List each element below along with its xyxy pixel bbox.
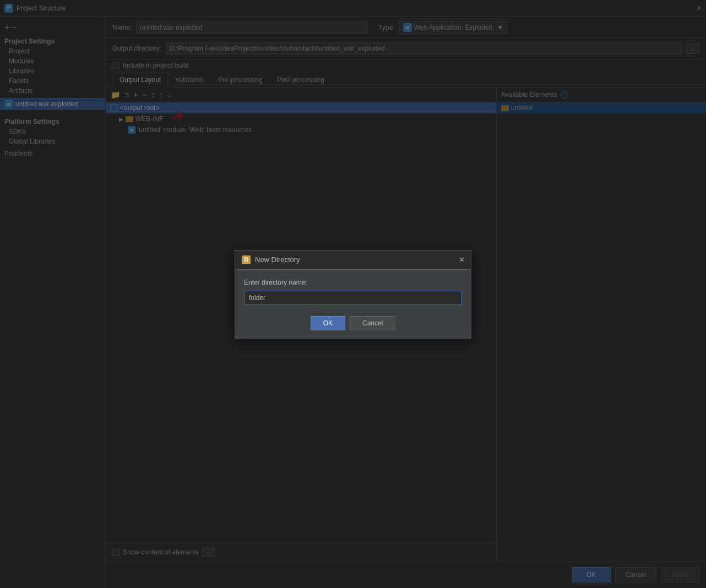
directory-name-input[interactable] [244,291,462,305]
modal-title-bar: D New Directory × [235,251,471,270]
modal-footer: OK Cancel [235,312,471,338]
modal-overlay: D New Directory × Enter directory name: … [0,0,706,588]
modal-ok-button[interactable]: OK [311,316,345,330]
new-directory-modal: D New Directory × Enter directory name: … [235,250,471,339]
modal-title-left: D New Directory [242,255,300,264]
modal-cancel-button[interactable]: Cancel [350,316,395,330]
modal-icon: D [242,255,251,264]
modal-body: Enter directory name: [235,270,471,312]
modal-close-button[interactable]: × [459,255,464,265]
modal-prompt-label: Enter directory name: [244,279,462,286]
modal-title-text: New Directory [255,255,300,264]
